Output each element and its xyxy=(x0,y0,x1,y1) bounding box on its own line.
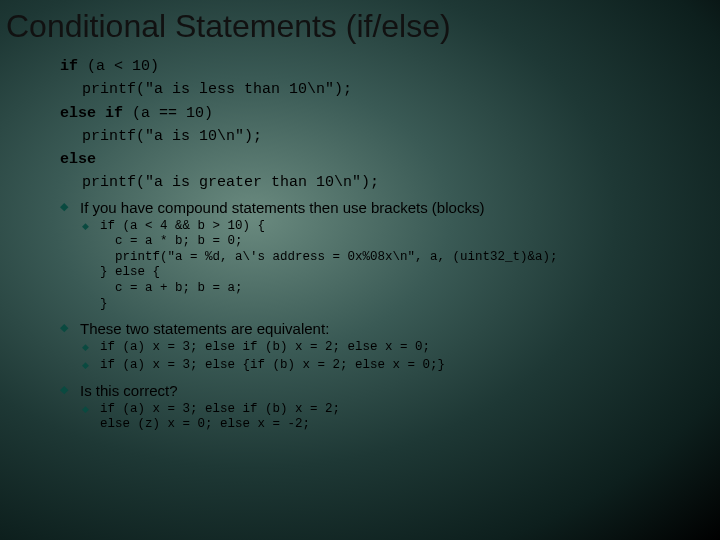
sub-equiv-2: if (a) x = 3; else {if (b) x = 2; else x… xyxy=(60,358,720,374)
slide-content: if (a < 10) printf("a is less than 10\n"… xyxy=(0,55,720,433)
code-line-6: printf("a is greater than 10\n"); xyxy=(60,171,720,194)
code-cond-2: (a == 10) xyxy=(123,105,213,122)
code-line-2: printf("a is less than 10\n"); xyxy=(60,78,720,101)
kw-elseif: else if xyxy=(60,105,123,122)
bullet-equiv: These two statements are equivalent: xyxy=(60,320,720,338)
kw-if: if xyxy=(60,58,78,75)
compound-code: if (a < 4 && b > 10) { c = a * b; b = 0;… xyxy=(100,219,720,313)
code-line-3: else if (a == 10) xyxy=(60,102,720,125)
equiv-code-1: if (a) x = 3; else if (b) x = 2; else x … xyxy=(100,340,720,356)
sub-block-1: if (a < 4 && b > 10) { c = a * b; b = 0;… xyxy=(60,219,720,313)
code-line-1: if (a < 10) xyxy=(60,55,720,78)
sub-correct: if (a) x = 3; else if (b) x = 2; else (z… xyxy=(60,402,720,433)
code-cond-1: (a < 10) xyxy=(78,58,159,75)
slide-title: Conditional Statements (if/else) xyxy=(0,0,720,55)
bullet-correct: Is this correct? xyxy=(60,382,720,400)
code-line-4: printf("a is 10\n"); xyxy=(60,125,720,148)
correct-code: if (a) x = 3; else if (b) x = 2; else (z… xyxy=(100,402,720,433)
sub-equiv-1: if (a) x = 3; else if (b) x = 2; else x … xyxy=(60,340,720,356)
equiv-code-2: if (a) x = 3; else {if (b) x = 2; else x… xyxy=(100,358,720,374)
bullet-equiv-text: These two statements are equivalent: xyxy=(80,320,329,337)
code-line-5: else xyxy=(60,148,720,171)
bullet-correct-text: Is this correct? xyxy=(80,382,178,399)
bullet-compound-text: If you have compound statements then use… xyxy=(80,199,484,216)
bullet-compound: If you have compound statements then use… xyxy=(60,199,720,217)
